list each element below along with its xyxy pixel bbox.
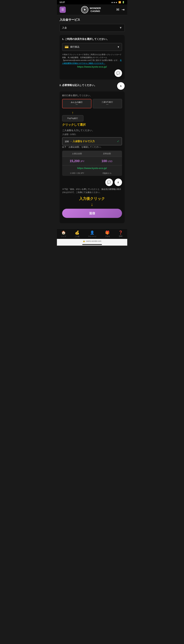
mypage-icon: 👤 xyxy=(90,230,94,235)
nav-label-home: トップ xyxy=(61,235,66,238)
confirm-note: 以下「お振込金額」を確認してください。 xyxy=(62,145,122,149)
mail-button[interactable]: ✉ xyxy=(116,8,119,12)
header-actions: ✉ ⇥ xyxy=(116,8,124,12)
arrow-up-indicator: ↑ xyxy=(62,110,84,115)
section-1: 1. ご利用の決済方法を選択してください。 💳 銀行振込 ▼ ※初めてクレジット… xyxy=(60,35,125,80)
nav-item-qa[interactable]: ❓ Q&A xyxy=(117,230,124,238)
main-content: 入出金サービス 入金 ▼ 1. ご利用の決済方法を選択してください。 💳 銀行振… xyxy=(57,15,127,228)
logout-button[interactable]: ⇥ xyxy=(121,8,124,12)
qa-icon: ❓ xyxy=(118,230,123,235)
transfer-jpy-value: 15,200 JPY xyxy=(62,157,92,165)
logo-text: WONDER CASINO xyxy=(90,7,101,13)
transfer-col2-header: 反映金額 xyxy=(92,150,122,157)
amount-sublabel: 入金額（USD） xyxy=(62,133,122,136)
amount-hint: ←入金額をドルで入力 xyxy=(70,140,95,143)
promo-icon: 🎁 xyxy=(105,230,110,235)
payment-method-label: 銀行振込 xyxy=(70,46,80,48)
signal-icon: ▲▲▲ xyxy=(111,1,117,4)
bank-item-paypay[interactable]: PayPay銀行 xyxy=(62,115,84,122)
transfer-jpy-curr-label: JPY xyxy=(80,160,85,162)
bottom-nav: 🏠 トップ 💰 ご入金 👤 マイページ 🎁 プロモ ❓ Q&A xyxy=(57,228,127,239)
nav-label-mypage: マイページ xyxy=(88,235,96,238)
scroll-up-button-2[interactable]: ∧ xyxy=(114,178,122,186)
lock-icon: 🔒 xyxy=(83,240,85,242)
bank-item-minna[interactable]: みんなの銀行 *** xyxy=(62,99,92,108)
bank-name-paypay: PayPay銀行 xyxy=(64,117,82,120)
transfer-col1-header: お振込金額 xyxy=(62,150,92,157)
transfer-table: お振込金額 反映金額 15,200 JPY 100 USD https://ww… xyxy=(62,150,122,176)
transfer-jpy-amount: 15,200 xyxy=(70,159,80,163)
nav-item-promo[interactable]: 🎁 プロモ xyxy=(104,230,111,238)
browser-bar: 🔒 casino-wonder.com xyxy=(57,239,127,243)
battery-icon: 🔋 xyxy=(122,1,125,4)
section-2: 銀行口座を選択してください。 みんなの銀行 *** 三菱UFJ銀行 *** ↑ … xyxy=(60,92,125,223)
bank-grid: みんなの銀行 *** 三菱UFJ銀行 *** xyxy=(62,99,122,108)
status-time: 12:27 xyxy=(60,1,65,4)
payment-dropdown-arrow: ▼ xyxy=(117,46,120,48)
browser-url: casino-wonder.com xyxy=(86,240,101,242)
transfer-table-header: お振込金額 反映金額 xyxy=(62,150,122,157)
home-indicator xyxy=(82,244,102,245)
notice-bottom: ※下記「送信」ボタンを押していただくと、振込先口座情報が表示されますので、ご自身… xyxy=(62,188,122,194)
status-bar: 12:27 ▲▲▲ 📶 🔋 xyxy=(57,0,127,4)
click-after-input-label: 入力後クリック xyxy=(79,196,105,201)
amount-input-label: ご入金額を入力してください。 xyxy=(62,129,122,132)
bank-name-mufj: 三菱UFJ銀行 xyxy=(94,101,120,104)
check-icon: ✓ xyxy=(117,140,119,143)
bank-sub-mufj: *** xyxy=(94,104,120,106)
section-2-title: 2. 必要情報を記入してください。 xyxy=(60,84,97,87)
watermark-1: https://www.kyoto-eco.jp/ xyxy=(62,65,122,68)
page-title: 入出金サービス xyxy=(60,18,125,22)
notice-text: ※初めてクレジットカード決済をご利用されるお客様へクレジットカード画像、本人確認… xyxy=(62,53,122,65)
transfer-table-values: 15,200 JPY 100 USD xyxy=(62,157,122,166)
status-icons: ▲▲▲ 📶 🔋 xyxy=(111,1,125,4)
dropdown-arrow-icon: ▼ xyxy=(119,26,122,30)
payment-left: 💳 銀行振込 xyxy=(65,45,80,49)
arrow-down-icon: ↓ xyxy=(62,202,122,207)
deposit-type-dropdown[interactable]: 入金 ▼ xyxy=(60,24,125,32)
header: ☰ WONDER CASINO ✉ ⇥ xyxy=(57,4,127,15)
transfer-fee: 手数料 0 ％ xyxy=(92,171,122,176)
amount-value: 100 xyxy=(65,140,69,143)
hamburger-icon: ☰ xyxy=(61,8,64,12)
nav-label-qa: Q&A xyxy=(119,235,122,237)
click-label: クリックして選択 xyxy=(62,123,122,127)
bank-item-mufj[interactable]: 三菱UFJ銀行 *** xyxy=(93,99,122,108)
transfer-table-footer: 1 USD = 152 JPY 手数料 0 ％ xyxy=(62,171,122,176)
transfer-usd-amount: 100 xyxy=(101,159,107,163)
scroll-up-button-1[interactable]: ∧ xyxy=(117,82,125,90)
bank-sub-minna: *** xyxy=(64,104,90,106)
submit-button[interactable]: 送信 xyxy=(62,209,122,218)
transfer-rate: 1 USD = 152 JPY xyxy=(62,171,92,176)
logo-emblem xyxy=(81,6,88,13)
deposit-type-label: 入金 xyxy=(62,26,67,29)
payment-method-icon: 💳 xyxy=(65,45,69,49)
bank-name-minna: みんなの銀行 xyxy=(64,101,90,104)
deposit-icon: 💰 xyxy=(75,230,79,235)
wifi-icon: 📶 xyxy=(118,1,121,4)
amount-input-display[interactable]: 100 ←入金額をドルで入力 ✓ xyxy=(62,137,122,145)
nav-item-deposit[interactable]: 💰 ご入金 xyxy=(73,230,81,238)
home-icon: 🏠 xyxy=(61,230,66,235)
watermark-2: https://www.kyoto-eco.jp/ xyxy=(62,166,122,170)
chat-float-button-2[interactable]: 💬 xyxy=(105,178,113,186)
bank-select-label: 銀行口座を選択してください。 xyxy=(62,94,122,97)
transfer-usd-value: 100 USD xyxy=(92,157,122,165)
section-1-title: 1. ご利用の決済方法を選択してください。 xyxy=(62,38,122,41)
nav-item-mypage[interactable]: 👤 マイページ xyxy=(87,230,98,238)
nav-label-deposit: ご入金 xyxy=(75,235,80,238)
transfer-usd-curr-label: USD xyxy=(108,160,112,162)
chat-float-button-1[interactable]: 💬 xyxy=(114,70,122,77)
payment-method-select[interactable]: 💳 銀行振込 ▼ xyxy=(62,43,122,51)
nav-item-home[interactable]: 🏠 トップ xyxy=(60,230,67,238)
nav-label-promo: プロモ xyxy=(105,235,110,238)
menu-button[interactable]: ☰ xyxy=(60,6,66,13)
logo: WONDER CASINO xyxy=(81,6,101,13)
